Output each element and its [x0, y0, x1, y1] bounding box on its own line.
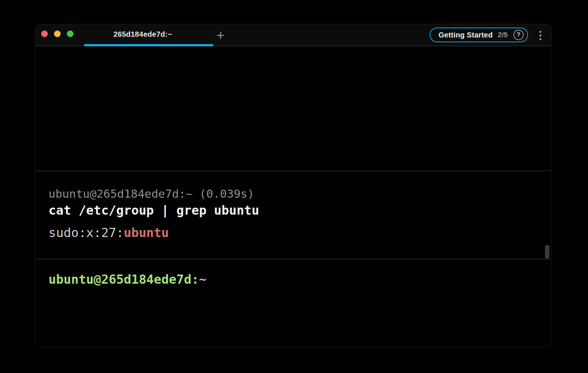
grep-match-text: ubuntu	[124, 225, 169, 240]
help-icon[interactable]: ?	[513, 30, 524, 40]
getting-started-label: Getting Started	[438, 31, 492, 39]
terminal-body: ubuntu@265d184ede7d:~ (0.039s) cat /etc/…	[35, 46, 551, 347]
output-prefix: sudo:x:27:	[49, 225, 124, 240]
new-tab-button[interactable]: +	[213, 28, 228, 43]
current-prompt[interactable]: ubuntu@265d184ede7d:~	[49, 272, 207, 287]
title-bar: 265d184ede7d:~ + Getting Started 2/5 ?	[35, 24, 551, 46]
terminal-window: 265d184ede7d:~ + Getting Started 2/5 ? u…	[35, 24, 551, 347]
zoom-button[interactable]	[67, 31, 74, 37]
command-output-line: sudo:x:27:ubuntu	[49, 225, 169, 240]
getting-started-progress: 2/5	[498, 31, 508, 39]
kebab-dot	[539, 31, 541, 33]
getting-started-button[interactable]: Getting Started 2/5 ?	[430, 28, 528, 42]
block-context-line: ubuntu@265d184ede7d:~ (0.039s)	[49, 187, 254, 201]
more-options-button[interactable]	[536, 24, 545, 46]
plus-icon: +	[216, 28, 225, 42]
prompt-path: ~	[199, 272, 206, 287]
kebab-dot	[539, 35, 541, 36]
kebab-dot	[539, 38, 541, 40]
block-divider	[35, 259, 551, 259]
tab-active[interactable]: 265d184ede7d:~	[84, 24, 213, 46]
minimize-button[interactable]	[54, 31, 61, 37]
prompt-user-host: ubuntu@265d184ede7d:	[49, 272, 199, 287]
block-divider	[35, 171, 551, 171]
close-button[interactable]	[41, 31, 48, 37]
scrollbar-thumb[interactable]	[545, 245, 549, 259]
question-mark-glyph: ?	[517, 31, 520, 39]
command-line: cat /etc/group | grep ubuntu	[49, 203, 259, 218]
tab-title: 265d184ede7d:~	[114, 30, 172, 39]
